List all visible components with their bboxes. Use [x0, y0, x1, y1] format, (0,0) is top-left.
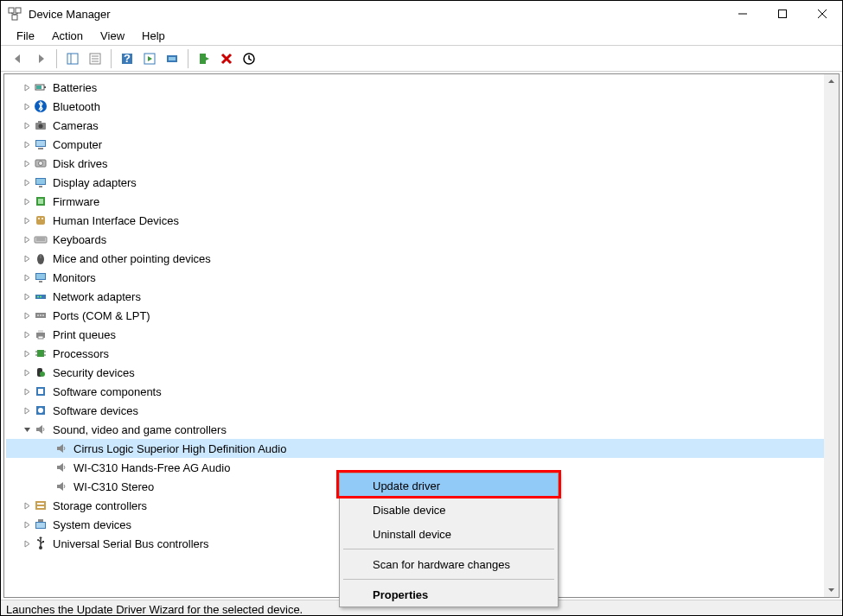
- menu-view[interactable]: View: [92, 28, 133, 44]
- monitor-icon: [34, 270, 48, 284]
- tree-device-label: WI-C310 Stereo: [73, 480, 154, 493]
- svg-rect-30: [36, 141, 45, 146]
- svg-rect-28: [38, 121, 42, 123]
- context-menu-item[interactable]: Scan for hardware changes: [340, 552, 558, 576]
- context-menu: Update driverDisable deviceUninstall dev…: [339, 473, 559, 607]
- app-icon: [8, 7, 22, 21]
- help-button[interactable]: ?: [117, 48, 137, 69]
- svg-rect-76: [38, 519, 43, 522]
- show-hide-console-tree-button[interactable]: [62, 48, 83, 69]
- chevron-right-icon[interactable]: [20, 179, 34, 187]
- disk-icon: [34, 156, 48, 170]
- tree-category[interactable]: Monitors: [6, 268, 839, 287]
- chevron-right-icon[interactable]: [20, 141, 34, 149]
- svg-text:?: ?: [124, 52, 131, 65]
- svg-point-79: [37, 539, 39, 541]
- tree-category[interactable]: Batteries: [6, 78, 839, 97]
- back-button[interactable]: [8, 48, 29, 69]
- properties-button[interactable]: [85, 48, 105, 69]
- svg-rect-9: [67, 54, 78, 64]
- tree-category[interactable]: Cameras: [6, 116, 839, 135]
- chevron-right-icon[interactable]: [20, 388, 34, 396]
- close-button[interactable]: [802, 1, 842, 27]
- keyboard-icon: [34, 232, 48, 246]
- tree-category[interactable]: Human Interface Devices: [6, 211, 839, 230]
- chevron-right-icon[interactable]: [20, 293, 34, 301]
- svg-point-41: [42, 218, 43, 219]
- tree-category[interactable]: Display adapters: [6, 173, 839, 192]
- menu-help[interactable]: Help: [133, 28, 174, 44]
- menu-file[interactable]: File: [8, 28, 43, 44]
- tree-category[interactable]: Disk drives: [6, 154, 839, 173]
- context-menu-item[interactable]: Update driver: [340, 473, 558, 498]
- uninstall-button[interactable]: [216, 48, 237, 69]
- tree-category[interactable]: Software devices: [6, 401, 839, 420]
- disable-button[interactable]: [239, 48, 259, 69]
- chevron-right-icon[interactable]: [20, 407, 34, 415]
- scroll-down-icon[interactable]: [824, 582, 839, 597]
- svg-rect-6: [779, 10, 787, 18]
- toolbar-separator: [56, 49, 57, 68]
- action-button[interactable]: [139, 48, 160, 69]
- chevron-right-icon[interactable]: [20, 122, 34, 130]
- tree-category[interactable]: Sound, video and game controllers: [6, 420, 839, 439]
- window-title: Device Manager: [29, 8, 111, 21]
- tree-category[interactable]: Network adapters: [6, 287, 839, 306]
- svg-rect-20: [200, 54, 206, 64]
- chevron-right-icon[interactable]: [20, 255, 34, 263]
- chevron-right-icon[interactable]: [20, 217, 34, 225]
- svg-point-52: [40, 296, 42, 298]
- tree-category[interactable]: Processors: [6, 344, 839, 363]
- tree-category[interactable]: Firmware: [6, 192, 839, 211]
- tree-category[interactable]: Print queues: [6, 325, 839, 344]
- svg-point-66: [40, 372, 45, 377]
- scroll-up-icon[interactable]: [824, 74, 839, 89]
- tree-category[interactable]: Computer: [6, 135, 839, 154]
- chevron-down-icon[interactable]: [20, 426, 34, 434]
- tree-category[interactable]: Ports (COM & LPT): [6, 306, 839, 325]
- tree-device[interactable]: Cirrus Logic Superior High Definition Au…: [6, 439, 839, 458]
- status-text: Launches the Update Driver Wizard for th…: [6, 603, 303, 616]
- svg-point-40: [38, 218, 40, 219]
- svg-point-55: [40, 314, 42, 316]
- chevron-right-icon[interactable]: [20, 312, 34, 320]
- context-menu-item[interactable]: Disable device: [340, 498, 558, 522]
- context-menu-item[interactable]: Properties: [340, 582, 558, 606]
- tree-category[interactable]: Keyboards: [6, 230, 839, 249]
- chevron-right-icon[interactable]: [20, 103, 34, 111]
- svg-rect-19: [169, 57, 176, 60]
- chevron-right-icon[interactable]: [20, 521, 34, 529]
- port-icon: [34, 308, 48, 322]
- tree-category-label: Storage controllers: [53, 499, 147, 512]
- chevron-right-icon[interactable]: [20, 502, 34, 510]
- chevron-right-icon[interactable]: [20, 369, 34, 377]
- maximize-button[interactable]: [763, 1, 802, 27]
- menu-action[interactable]: Action: [43, 28, 92, 44]
- chevron-right-icon[interactable]: [20, 236, 34, 244]
- tree-category[interactable]: Software components: [6, 382, 839, 401]
- minimize-button[interactable]: [723, 1, 763, 27]
- chevron-right-icon[interactable]: [20, 160, 34, 168]
- context-menu-separator: [343, 549, 554, 549]
- chevron-right-icon[interactable]: [20, 540, 34, 548]
- sound-icon: [34, 422, 48, 436]
- context-menu-item[interactable]: Uninstall device: [340, 522, 558, 546]
- chevron-right-icon[interactable]: [20, 198, 34, 206]
- softdev-icon: [34, 403, 48, 417]
- scan-hardware-button[interactable]: [162, 48, 182, 69]
- chevron-right-icon[interactable]: [20, 331, 34, 339]
- tree-category[interactable]: Bluetooth: [6, 97, 839, 116]
- update-driver-button[interactable]: [194, 48, 214, 69]
- tree-category[interactable]: Mice and other pointing devices: [6, 249, 839, 268]
- chevron-right-icon[interactable]: [20, 350, 34, 358]
- chevron-right-icon[interactable]: [20, 274, 34, 282]
- chevron-right-icon[interactable]: [20, 84, 34, 92]
- softcomp-icon: [34, 384, 48, 398]
- speaker-icon: [54, 441, 68, 455]
- tree-category[interactable]: Security devices: [6, 363, 839, 382]
- forward-button[interactable]: [30, 48, 51, 69]
- tree-category-label: Cameras: [53, 119, 99, 132]
- tree-category-label: Processors: [53, 347, 109, 360]
- vertical-scrollbar[interactable]: [824, 74, 839, 597]
- tree-category-label: Ports (COM & LPT): [53, 309, 150, 322]
